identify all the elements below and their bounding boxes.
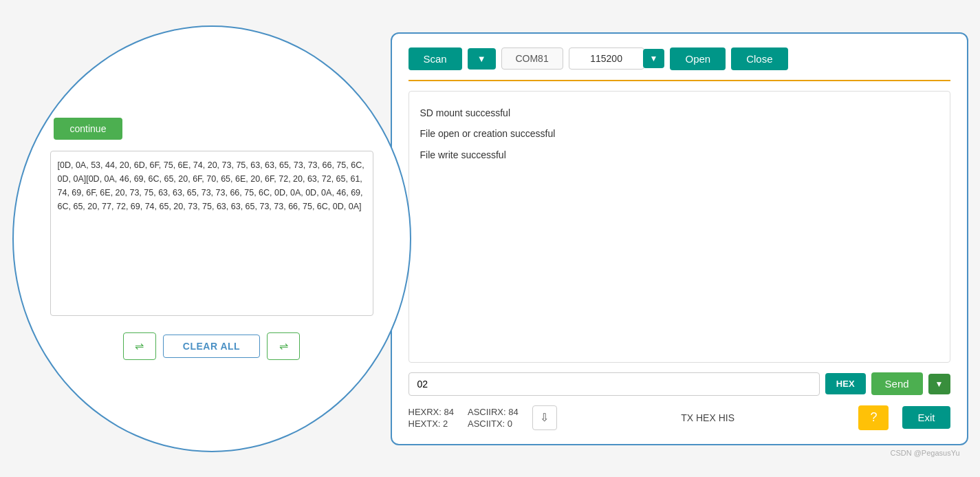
baud-rate-input[interactable]	[569, 47, 644, 70]
terminal-line-1: SD mount successful	[420, 103, 939, 124]
send-input[interactable]	[409, 372, 820, 396]
exit-button[interactable]: Exit	[902, 406, 950, 429]
right-icon-button[interactable]: ⇌	[267, 332, 300, 360]
baud-group: ▼	[569, 47, 665, 70]
download-icon-button[interactable]: ⇩	[532, 405, 557, 430]
left-arrows-icon: ⇌	[135, 339, 144, 352]
asciitx-label: ASCIITX: 0	[468, 418, 519, 429]
hextx-label: HEXTX: 2	[409, 418, 455, 429]
right-arrows-icon: ⇌	[279, 339, 288, 352]
continue-button[interactable]: continue	[54, 118, 123, 140]
scan-button[interactable]: Scan	[409, 47, 462, 70]
status-row: HEXRX: 84 HEXTX: 2 ASCIIRX: 84 ASCIITX: …	[409, 405, 950, 430]
hex-button[interactable]: HEX	[825, 373, 866, 394]
terminal-line-2: File open or creation successful	[420, 123, 939, 145]
asciirx-status: ASCIIRX: 84 ASCIITX: 0	[468, 407, 519, 429]
asciirx-label: ASCIIRX: 84	[468, 407, 519, 417]
left-icon-button[interactable]: ⇌	[123, 332, 156, 360]
bottom-buttons: ⇌ CLEAR ALL ⇌	[123, 332, 300, 360]
hexrx-status: HEXRX: 84 HEXTX: 2	[409, 407, 455, 429]
terminal-output: SD mount successful File open or creatio…	[409, 91, 950, 363]
tx-hex-his-label: TX HEX HIS	[571, 412, 845, 423]
download-icon: ⇩	[540, 411, 549, 424]
send-arrow-icon: ▼	[935, 379, 944, 389]
hex-display: [0D, 0A, 53, 44, 20, 6D, 6F, 75, 6E, 74,…	[50, 151, 373, 316]
left-panel: continue [0D, 0A, 53, 44, 20, 6D, 6F, 75…	[12, 25, 411, 452]
help-icon: ?	[870, 410, 877, 425]
send-row: HEX Send ▼	[409, 372, 950, 396]
hexrx-label: HEXRX: 84	[409, 407, 455, 417]
scan-dropdown-button[interactable]: ▼	[468, 48, 496, 70]
terminal-line-3: File write successful	[420, 145, 939, 166]
send-dropdown-button[interactable]: ▼	[928, 374, 950, 394]
scan-dropdown-arrow-icon: ▼	[477, 54, 486, 64]
baud-dropdown-arrow-icon: ▼	[650, 54, 658, 63]
clear-all-button[interactable]: CLEAR ALL	[163, 335, 260, 358]
help-button[interactable]: ?	[858, 405, 889, 430]
watermark: CSDN @PegasusYu	[890, 449, 959, 457]
toolbar: Scan ▼ ▼ Open Close	[409, 47, 950, 81]
close-button[interactable]: Close	[731, 47, 787, 70]
open-button[interactable]: Open	[670, 47, 726, 70]
right-panel: Scan ▼ ▼ Open Close SD mount successful …	[391, 32, 968, 445]
baud-dropdown-button[interactable]: ▼	[643, 49, 665, 68]
send-button[interactable]: Send	[871, 372, 923, 395]
com-port-input[interactable]	[501, 47, 563, 70]
